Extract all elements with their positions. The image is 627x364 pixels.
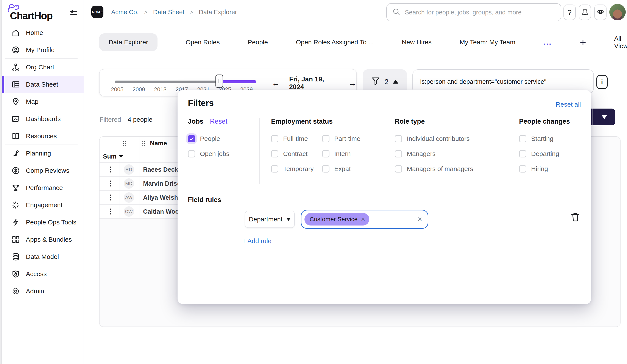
- sidebar-item[interactable]: Map: [2, 93, 84, 110]
- checkbox[interactable]: [519, 150, 526, 157]
- breadcrumb-org[interactable]: Acme Co.: [111, 9, 139, 16]
- timeline-slider-handle[interactable]: [215, 75, 223, 88]
- next-day-button[interactable]: →: [349, 79, 356, 88]
- timeline-track-future[interactable]: [219, 80, 257, 83]
- collapse-sidebar-icon[interactable]: [68, 7, 79, 18]
- sidebar-item[interactable]: My Profile: [2, 41, 84, 59]
- drag-handle-icon[interactable]: [142, 141, 143, 142]
- prev-day-button[interactable]: ←: [272, 79, 280, 88]
- view-tab[interactable]: Open Roles: [186, 39, 219, 46]
- checkbox[interactable]: [519, 135, 526, 142]
- person-name[interactable]: Caitlan Woo: [143, 208, 179, 215]
- row-menu-icon[interactable]: ⋮: [107, 193, 114, 201]
- jobs-reset-link[interactable]: Reset: [210, 118, 227, 125]
- checkbox[interactable]: [271, 135, 278, 142]
- checkbox-option[interactable]: Part-time: [322, 135, 374, 142]
- person-name[interactable]: Raees Decke: [143, 166, 182, 173]
- remove-chip-icon[interactable]: ×: [361, 216, 365, 223]
- checkbox-option[interactable]: Starting: [519, 135, 584, 142]
- help-button[interactable]: ?: [564, 4, 576, 20]
- jobs-section-title: Jobs: [188, 118, 203, 125]
- checkbox[interactable]: [395, 150, 402, 157]
- checkbox-option[interactable]: Contract: [271, 150, 322, 158]
- org-badge[interactable]: ACME: [91, 6, 104, 18]
- notifications-button[interactable]: [579, 4, 591, 20]
- sidebar-item[interactable]: Engagement: [2, 196, 84, 214]
- person-name[interactable]: Aliya Welsh: [143, 194, 178, 201]
- sidebar-item[interactable]: Performance: [2, 179, 84, 196]
- person-name[interactable]: Marvin Drisc: [143, 180, 181, 187]
- sidebar-item-icon: [11, 97, 20, 106]
- checkbox[interactable]: [271, 150, 278, 157]
- checkbox-option[interactable]: Departing: [519, 150, 584, 158]
- view-tab[interactable]: People: [248, 39, 268, 46]
- checkbox-option[interactable]: Managers: [395, 150, 498, 158]
- field-selector-dropdown[interactable]: Department: [245, 211, 295, 228]
- checkbox-option[interactable]: Open jobs: [188, 150, 253, 158]
- checkbox-label: Managers: [407, 150, 435, 157]
- rule-value-input[interactable]: Customer Service × ×: [301, 210, 428, 229]
- sidebar-item[interactable]: Access: [2, 265, 84, 283]
- sidebar-item[interactable]: Data Model: [2, 248, 84, 265]
- checkbox[interactable]: [188, 135, 195, 142]
- checkbox-option[interactable]: People: [188, 135, 253, 142]
- sidebar-item[interactable]: Admin: [2, 283, 84, 300]
- drag-handle-icon[interactable]: [123, 141, 124, 142]
- sidebar-item[interactable]: Apps & Bundles: [2, 231, 84, 248]
- checkbox-option[interactable]: Temporary: [271, 165, 322, 173]
- delete-rule-button[interactable]: [570, 212, 581, 224]
- checkbox[interactable]: [519, 165, 526, 173]
- name-column-header[interactable]: Name: [150, 140, 167, 147]
- visibility-button[interactable]: [594, 4, 607, 20]
- sidebar-item[interactable]: Resources: [2, 128, 84, 145]
- checkbox[interactable]: [395, 135, 402, 142]
- sum-selector[interactable]: Sum: [103, 153, 123, 160]
- all-views-button[interactable]: All Views: [614, 35, 627, 49]
- reset-all-link[interactable]: Reset all: [556, 101, 581, 108]
- checkbox-option[interactable]: Intern: [322, 150, 374, 158]
- clear-values-icon[interactable]: ×: [418, 215, 422, 223]
- value-chip: Customer Service ×: [305, 213, 369, 226]
- sidebar-item[interactable]: Dashboards: [2, 110, 84, 128]
- checkbox[interactable]: [188, 150, 195, 157]
- sidebar-item[interactable]: Data Sheet: [2, 76, 84, 93]
- breadcrumb-section[interactable]: Data Sheet: [153, 9, 184, 16]
- global-search[interactable]: [386, 3, 561, 21]
- checkbox[interactable]: [322, 135, 329, 142]
- split-button-menu[interactable]: [593, 115, 615, 119]
- checkbox[interactable]: [322, 150, 329, 157]
- checkbox-option[interactable]: Full-time: [271, 135, 322, 142]
- add-view-button[interactable]: +: [580, 36, 586, 48]
- sidebar-item[interactable]: Planning: [2, 145, 84, 162]
- sidebar-menu: Home My Profile Org Chart Data Sheet Map: [2, 24, 84, 300]
- sidebar-item-label: Home: [26, 29, 43, 36]
- row-menu-icon[interactable]: ⋮: [107, 179, 114, 187]
- add-rule-link[interactable]: + Add rule: [242, 237, 271, 245]
- row-menu-icon[interactable]: ⋮: [107, 207, 114, 215]
- checkbox-option[interactable]: Managers of managers: [395, 165, 498, 173]
- checkbox[interactable]: [322, 165, 329, 173]
- search-input[interactable]: [405, 9, 551, 16]
- query-input[interactable]: [420, 78, 588, 85]
- current-date-label[interactable]: Fri, Jan 19, 2024: [289, 75, 339, 91]
- view-tab[interactable]: New Hires: [402, 39, 432, 46]
- view-tab[interactable]: Open Roles Assigned To ...: [296, 39, 374, 46]
- user-avatar[interactable]: [609, 4, 626, 20]
- sidebar-item[interactable]: People Ops Tools: [2, 214, 84, 231]
- view-tab[interactable]: My Team: My Team: [460, 39, 515, 46]
- query-info-button[interactable]: i: [596, 75, 608, 89]
- row-menu-icon[interactable]: ⋮: [107, 165, 114, 173]
- checkbox[interactable]: [271, 165, 278, 173]
- checkbox-label: Managers of managers: [407, 165, 473, 173]
- checkbox-option[interactable]: Hiring: [519, 165, 584, 173]
- avatar: AW: [124, 192, 134, 203]
- sidebar-item[interactable]: Comp Reviews: [2, 162, 84, 179]
- more-views-icon[interactable]: ...: [543, 41, 552, 44]
- view-tab[interactable]: Data Explorer: [99, 33, 157, 51]
- checkbox[interactable]: [395, 165, 402, 173]
- checkbox-option[interactable]: Expat: [322, 165, 374, 173]
- checkbox-option[interactable]: Individual contributors: [395, 135, 498, 142]
- sidebar-item[interactable]: Home: [2, 24, 84, 41]
- timeline-track-past[interactable]: [115, 81, 219, 83]
- sidebar-item[interactable]: Org Chart: [2, 59, 84, 76]
